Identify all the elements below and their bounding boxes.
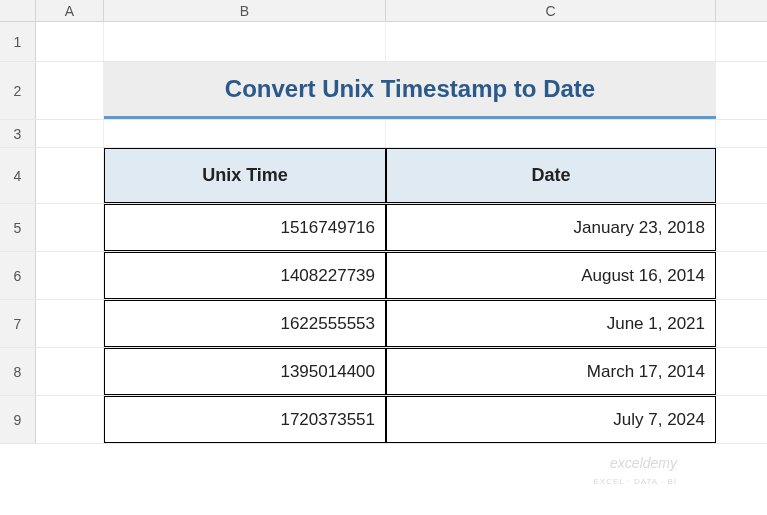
cell-A7[interactable] — [36, 300, 104, 347]
row-header-3[interactable]: 3 — [0, 120, 36, 147]
cell-A9[interactable] — [36, 396, 104, 443]
col-header-A[interactable]: A — [36, 0, 104, 21]
row-2: 2 Convert Unix Timestamp to Date — [0, 62, 767, 120]
row-7: 7 1622555553 June 1, 2021 — [0, 300, 767, 348]
row-header-9[interactable]: 9 — [0, 396, 36, 443]
row-header-8[interactable]: 8 — [0, 348, 36, 395]
row-1: 1 — [0, 22, 767, 62]
select-all-corner[interactable] — [0, 0, 36, 21]
cell-unix-4[interactable]: 1720373551 — [104, 396, 386, 443]
row-4: 4 Unix Time Date — [0, 148, 767, 204]
row-8: 8 1395014400 March 17, 2014 — [0, 348, 767, 396]
row-6: 6 1408227739 August 16, 2014 — [0, 252, 767, 300]
cell-A2[interactable] — [36, 62, 104, 119]
cell-unix-0[interactable]: 1516749716 — [104, 204, 386, 251]
cell-A1[interactable] — [36, 22, 104, 61]
row-header-1[interactable]: 1 — [0, 22, 36, 61]
row-header-6[interactable]: 6 — [0, 252, 36, 299]
row-header-7[interactable]: 7 — [0, 300, 36, 347]
header-date[interactable]: Date — [386, 148, 716, 203]
row-header-2[interactable]: 2 — [0, 62, 36, 119]
cell-unix-2[interactable]: 1622555553 — [104, 300, 386, 347]
row-5: 5 1516749716 January 23, 2018 — [0, 204, 767, 252]
cell-unix-1[interactable]: 1408227739 — [104, 252, 386, 299]
row-9: 9 1720373551 July 7, 2024 — [0, 396, 767, 444]
spreadsheet-grid: A B C 1 2 Convert Unix Timestamp to Date… — [0, 0, 767, 515]
cell-date-0[interactable]: January 23, 2018 — [386, 204, 716, 251]
cell-A8[interactable] — [36, 348, 104, 395]
row-header-5[interactable]: 5 — [0, 204, 36, 251]
row-header-4[interactable]: 4 — [0, 148, 36, 203]
cell-C1[interactable] — [386, 22, 716, 61]
title-cell[interactable]: Convert Unix Timestamp to Date — [104, 62, 716, 119]
cell-date-3[interactable]: March 17, 2014 — [386, 348, 716, 395]
column-headers: A B C — [0, 0, 767, 22]
cell-date-2[interactable]: June 1, 2021 — [386, 300, 716, 347]
cell-A4[interactable] — [36, 148, 104, 203]
col-header-C[interactable]: C — [386, 0, 716, 21]
header-unix-time[interactable]: Unix Time — [104, 148, 386, 203]
cell-date-1[interactable]: August 16, 2014 — [386, 252, 716, 299]
cell-B3[interactable] — [104, 120, 386, 147]
col-header-B[interactable]: B — [104, 0, 386, 21]
cell-unix-3[interactable]: 1395014400 — [104, 348, 386, 395]
cell-C3[interactable] — [386, 120, 716, 147]
cell-A6[interactable] — [36, 252, 104, 299]
cell-date-4[interactable]: July 7, 2024 — [386, 396, 716, 443]
cell-B1[interactable] — [104, 22, 386, 61]
row-3: 3 — [0, 120, 767, 148]
cell-A5[interactable] — [36, 204, 104, 251]
cell-A3[interactable] — [36, 120, 104, 147]
